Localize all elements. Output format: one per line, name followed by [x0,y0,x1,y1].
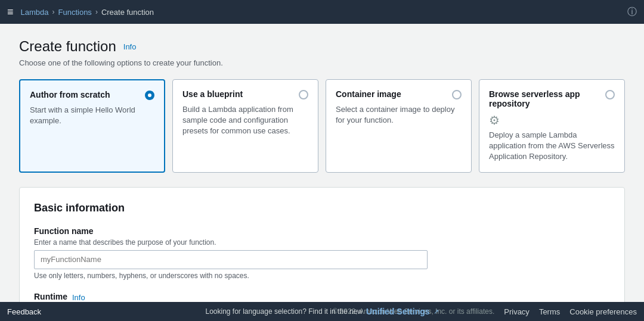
option-card-header-2: Use a blueprint [182,89,308,99]
terms-link[interactable]: Terms [539,307,560,316]
serverless-icon: ⚙ [489,113,615,127]
footer-notification: Looking for language selection? Find it … [205,307,438,316]
page-subtitle: Choose one of the following options to c… [19,58,625,67]
breadcrumb-current: Create function [101,8,154,17]
function-name-note: Use only letters, numbers, hyphens, or u… [34,272,610,280]
external-link-icon: ↗ [434,308,439,316]
option-card-header-3: Container image [336,89,462,99]
main-content: Create function Info Choose one of the f… [0,24,644,302]
radio-author-from-scratch[interactable] [145,91,154,100]
radio-container-image[interactable] [452,90,462,99]
menu-icon[interactable]: ≡ [7,6,14,18]
option-card-desc-3: Select a container image to deploy for y… [336,104,462,126]
breadcrumb-separator-1: › [52,8,55,16]
option-card-title-1: Author from scratch [30,90,145,99]
function-name-hint: Enter a name that describes the purpose … [34,238,610,247]
option-card-blueprint[interactable]: Use a blueprint Build a Lambda applicati… [172,79,318,173]
radio-serverless[interactable] [605,90,615,99]
unified-settings-link[interactable]: Unified Settings [366,307,430,316]
option-card-title-3: Container image [336,89,452,99]
option-card-title-2: Use a blueprint [182,89,299,99]
page-title: Create function [19,38,116,55]
breadcrumb-separator-2: › [95,8,98,16]
top-navigation: ≡ Lambda › Functions › Create function ⓘ [0,0,644,24]
radio-blueprint[interactable] [299,90,308,99]
feedback-link[interactable]: Feedback [7,307,41,316]
footer: Feedback Looking for language selection?… [0,302,644,321]
option-card-header-4: Browse serverless app repository [489,89,615,108]
option-card-desc-1: Start with a simple Hello World example. [30,105,154,126]
section-title: Basic information [34,202,610,214]
option-card-serverless[interactable]: Browse serverless app repository ⚙ Deplo… [479,79,625,173]
option-cards-container: Author from scratch Start with a simple … [19,79,625,173]
breadcrumb-functions[interactable]: Functions [58,8,92,17]
page-header: Create function Info [19,38,625,55]
breadcrumb: Lambda › Functions › Create function [21,8,154,17]
cookie-preferences-link[interactable]: Cookie preferences [569,307,637,316]
option-card-desc-4: Deploy a sample Lambda application from … [489,130,615,163]
privacy-link[interactable]: Privacy [504,307,530,316]
runtime-info-link[interactable]: Info [72,293,85,302]
option-card-author-from-scratch[interactable]: Author from scratch Start with a simple … [19,79,165,173]
function-name-input[interactable] [34,250,428,269]
option-card-desc-2: Build a Lambda application from sample c… [182,104,308,137]
page-info-link[interactable]: Info [123,42,137,51]
runtime-label: Runtime [34,292,67,301]
footer-notification-text: Looking for language selection? Find it … [205,307,363,316]
function-name-field: Function name Enter a name that describe… [34,226,610,280]
function-name-label: Function name [34,226,610,236]
option-card-container-image[interactable]: Container image Select a container image… [326,79,472,173]
option-card-header-1: Author from scratch [30,90,154,100]
info-icon[interactable]: ⓘ [627,6,637,18]
option-card-title-4: Browse serverless app repository [489,89,605,108]
basic-information-panel: Basic information Function name Enter a … [19,187,625,302]
breadcrumb-lambda[interactable]: Lambda [21,8,49,17]
runtime-field: Runtime Info Choose the language to use … [34,292,610,302]
runtime-label-row: Runtime Info [34,292,610,302]
